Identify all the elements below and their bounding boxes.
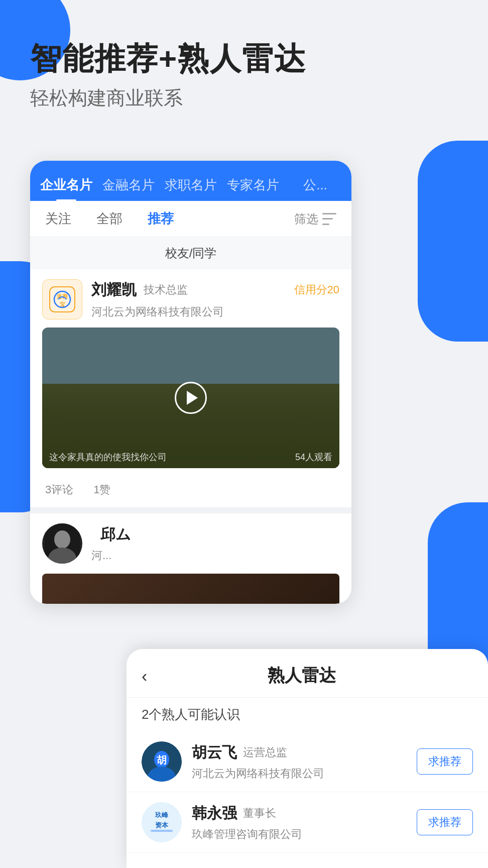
second-card-video — [42, 574, 339, 604]
comment-count[interactable]: 3评论 — [45, 482, 73, 497]
radar-header: ‹ 熟人雷达 — [127, 649, 488, 698]
bg-decoration-right — [418, 141, 488, 342]
person-company-1: 河北云为网络科技有限公司 — [192, 766, 417, 781]
hero-title: 智能推荐+熟人雷达 — [30, 40, 306, 77]
user-info: 刘耀凯 技术总监 信用分20 河北云为网络科技有限公司 — [91, 280, 339, 319]
sub-tab-recommend[interactable]: 推荐 — [148, 205, 174, 233]
like-count[interactable]: 1赞 — [93, 482, 110, 497]
tab-bar: 企业名片 金融名片 求职名片 专家名片 公... — [30, 161, 351, 201]
video-viewers: 54人观看 — [295, 451, 332, 463]
second-user-avatar — [42, 523, 82, 564]
second-user-company: 河... — [91, 548, 131, 563]
second-card: 邱ム 河... — [30, 513, 351, 574]
person-name-row-1: 胡云飞 运营总监 — [192, 742, 417, 763]
second-card-partial: 邱ム 河... — [30, 513, 351, 604]
recommend-button-1[interactable]: 求推荐 — [417, 748, 473, 775]
tab-finance-card[interactable]: 金融名片 — [97, 168, 160, 201]
play-icon — [187, 391, 198, 405]
person-company-2: 玖峰管理咨询有限公司 — [192, 827, 417, 842]
action-row: 3评论 1赞 — [30, 476, 351, 507]
credit-score: 信用分20 — [294, 282, 339, 297]
video-thumbnail[interactable]: 这令家具真的的使我找你公司 54人观看 — [42, 328, 339, 468]
logo-luoshangbao: 洛商 宝 — [42, 279, 82, 319]
user-card-header: 洛商 宝 刘耀凯 技术总监 信用分20 河北云为网络科技有限公司 — [30, 269, 351, 319]
person-row-1: 胡 胡云飞 运营总监 河北云为网络科技有限公司 求推荐 — [127, 731, 488, 792]
recommend-button-2[interactable]: 求推荐 — [417, 809, 473, 835]
avatar-huyunfei: 胡 — [142, 741, 182, 782]
tab-expert-card[interactable]: 专家名片 — [222, 168, 284, 201]
video-caption: 这令家具真的的使我找你公司 — [49, 451, 167, 463]
section-label: 校友/同学 — [30, 237, 351, 269]
svg-rect-14 — [151, 830, 173, 832]
video-play-button[interactable] — [175, 382, 207, 414]
user-avatar: 洛商 宝 — [42, 279, 82, 319]
tab-other[interactable]: 公... — [284, 168, 346, 201]
filter-label: 筛选 — [294, 211, 318, 227]
user-name: 刘耀凯 — [91, 280, 137, 300]
svg-text:胡: 胡 — [157, 754, 167, 766]
person-name-2: 韩永强 — [192, 803, 237, 824]
person-info-2: 韩永强 董事长 玖峰管理咨询有限公司 — [192, 803, 417, 842]
filter-button[interactable]: 筛选 — [294, 211, 336, 227]
card-divider — [30, 507, 351, 513]
radar-card: ‹ 熟人雷达 2个熟人可能认识 胡 胡云飞 运营总监 河北云为网络科技有限公司 … — [127, 649, 488, 868]
person-title-2: 董事长 — [243, 806, 276, 821]
svg-rect-0 — [50, 287, 75, 312]
sub-tab-bar: 关注 全部 推荐 筛选 — [30, 201, 351, 237]
svg-point-5 — [54, 530, 70, 549]
user-company: 河北云为网络科技有限公司 — [91, 304, 339, 319]
svg-text:玖峰: 玖峰 — [155, 811, 169, 819]
person-info-1: 胡云飞 运营总监 河北云为网络科技有限公司 — [192, 742, 417, 781]
radar-title: 熟人雷达 — [157, 664, 446, 687]
filter-icon — [322, 213, 336, 225]
tab-job-card[interactable]: 求职名片 — [160, 168, 222, 201]
logo-jiufeng: 玖峰 资本 — [142, 802, 182, 842]
hero-section: 智能推荐+熟人雷达 轻松构建商业联系 — [30, 40, 306, 111]
tab-enterprise-card[interactable]: 企业名片 — [35, 168, 97, 201]
second-user-name: 邱ム — [100, 524, 131, 545]
person-avatar-1: 胡 — [142, 741, 182, 782]
person-name-row-2: 韩永强 董事长 — [192, 803, 417, 824]
main-card: 企业名片 金融名片 求职名片 专家名片 公... 关注 全部 推荐 筛选 校友/… — [30, 161, 351, 604]
sub-tab-all[interactable]: 全部 — [96, 205, 123, 233]
person-name-1: 胡云飞 — [192, 742, 237, 763]
hero-subtitle: 轻松构建商业联系 — [30, 85, 306, 111]
user-name-row: 刘耀凯 技术总监 信用分20 — [91, 280, 339, 300]
svg-text:资本: 资本 — [155, 821, 169, 829]
person-title-1: 运营总监 — [243, 745, 287, 760]
radar-back-button[interactable]: ‹ — [142, 666, 147, 686]
user-card: 洛商 宝 刘耀凯 技术总监 信用分20 河北云为网络科技有限公司 — [30, 269, 351, 507]
person-avatar-2: 玖峰 资本 — [142, 802, 182, 842]
sub-tab-follow[interactable]: 关注 — [45, 205, 71, 233]
radar-count: 2个熟人可能认识 — [127, 698, 488, 731]
user-job-title: 技术总监 — [144, 282, 188, 297]
person-row-2: 玖峰 资本 韩永强 董事长 玖峰管理咨询有限公司 求推荐 — [127, 792, 488, 853]
